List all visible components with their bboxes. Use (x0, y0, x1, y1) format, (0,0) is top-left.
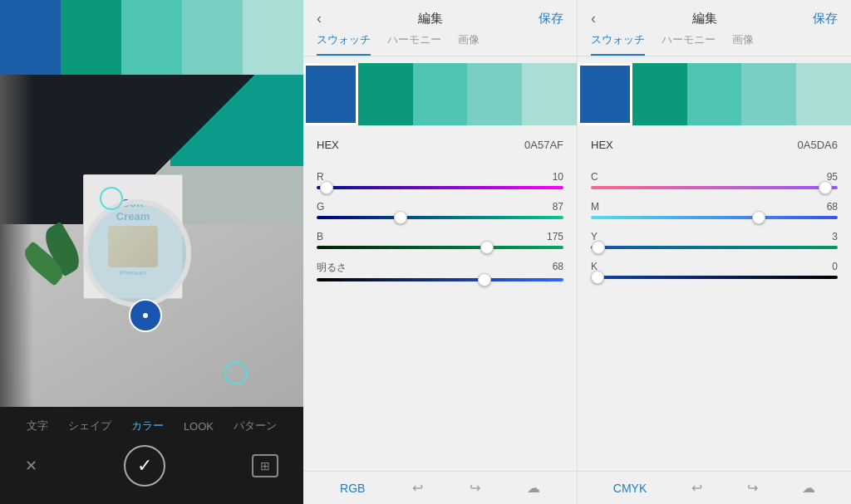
rgb-swatch-row (303, 63, 577, 125)
tab-pattern[interactable]: パターン (234, 418, 277, 433)
rgb-brightness-label: 明るさ (317, 261, 347, 275)
cmyk-upload-button[interactable]: ☁ (802, 480, 815, 496)
tab-color[interactable]: カラー (131, 418, 164, 433)
cmyk-redo-button[interactable]: ↪ (747, 480, 758, 496)
toolbar-actions: ✕ ✓ ⊞ (0, 440, 303, 495)
cmyk-swatch-4[interactable] (796, 63, 851, 125)
cmyk-hex-value: 0A5DA6 (798, 139, 838, 151)
tab-shape[interactable]: シェイプ (68, 418, 111, 433)
rgb-panel-bottom: RGB ↩ ↪ ☁ (303, 471, 577, 504)
cmyk-hex-row: HEX 0A5DA6 (591, 139, 838, 158)
rgb-tab-harmony[interactable]: ハーモニー (387, 32, 441, 56)
picker-dot (143, 313, 148, 318)
cmyk-panel: ‹ 編集 保存 スウォッチ ハーモニー 画像 HEX 0A5DA6 (578, 0, 851, 504)
cmyk-tab-swatches[interactable]: スウォッチ (591, 32, 645, 56)
cmyk-k-track[interactable] (591, 276, 838, 279)
cmyk-k-value: 0 (832, 261, 838, 272)
rgb-panel-header: ‹ 編集 保存 (303, 0, 577, 32)
cmyk-tab-image[interactable]: 画像 (732, 32, 754, 56)
rgb-g-thumb[interactable] (394, 211, 407, 224)
tab-look[interactable]: LOOK (184, 420, 214, 433)
photo-area: SoftCream Premium (0, 75, 303, 407)
cmyk-m-value: 68 (827, 201, 838, 213)
rgb-brightness-slider-row: 明るさ 68 (317, 261, 563, 281)
rgb-mode-label[interactable]: RGB (340, 482, 365, 495)
cmyk-y-slider-row: Y 3 (591, 231, 838, 249)
cmyk-swatch-0[interactable] (578, 63, 632, 125)
color-picker-circle-1[interactable] (129, 299, 162, 332)
rgb-swatch-2[interactable] (413, 63, 468, 125)
cmyk-y-thumb[interactable] (592, 241, 605, 254)
left-image-area: SoftCream Premium (0, 0, 303, 407)
cmyk-k-slider-row: K 0 (591, 261, 838, 279)
cmyk-y-track[interactable] (591, 246, 838, 249)
rgb-b-label: B (317, 231, 323, 242)
rgb-hex-row: HEX 0A57AF (317, 139, 563, 158)
color-picker-circle-3[interactable] (224, 361, 248, 384)
cmyk-m-thumb[interactable] (752, 211, 765, 224)
rgb-swatch-1[interactable] (358, 63, 413, 125)
rgb-redo-button[interactable]: ↪ (470, 480, 480, 496)
rgb-swatch-4[interactable] (522, 63, 577, 125)
rgb-b-track[interactable] (317, 246, 563, 249)
rgb-g-track[interactable] (317, 216, 563, 219)
cmyk-color-controls: HEX 0A5DA6 C 95 M 68 (578, 132, 851, 471)
color-grid (0, 0, 303, 75)
cmyk-y-value: 3 (832, 231, 838, 242)
rgb-swatch-0[interactable] (303, 63, 358, 125)
cmyk-panel-title: 編集 (692, 11, 717, 27)
close-button[interactable]: ✕ (25, 457, 37, 475)
cmyk-swatch-1[interactable] (632, 63, 687, 125)
cmyk-swatch-3[interactable] (741, 63, 796, 125)
rgb-b-thumb[interactable] (480, 241, 494, 254)
cmyk-k-thumb[interactable] (591, 271, 604, 284)
rgb-panel-tabs: スウォッチ ハーモニー 画像 (303, 32, 577, 56)
magnifier (83, 199, 191, 307)
cmyk-m-label: M (591, 201, 599, 213)
cmyk-panel-bottom: CMYK ↩ ↪ ☁ (578, 471, 851, 504)
cmyk-undo-button[interactable]: ↩ (691, 480, 702, 496)
rgb-back-button[interactable]: ‹ (317, 10, 322, 27)
confirm-button[interactable]: ✓ (124, 445, 165, 487)
cmyk-back-button[interactable]: ‹ (591, 10, 596, 27)
rgb-b-value: 175 (547, 231, 563, 242)
rgb-tab-image[interactable]: 画像 (458, 32, 480, 56)
cmyk-mode-label[interactable]: CMYK (613, 482, 647, 495)
rgb-brightness-track[interactable] (317, 278, 563, 281)
tab-text[interactable]: 文字 (27, 418, 48, 433)
cmyk-tab-harmony[interactable]: ハーモニー (662, 32, 716, 56)
color-cell-5 (243, 0, 303, 75)
rgb-hex-label: HEX (317, 139, 339, 151)
rgb-brightness-value: 68 (553, 261, 563, 275)
rgb-r-track[interactable] (317, 186, 563, 189)
cmyk-swatch-row (578, 63, 851, 125)
rgb-g-label: G (317, 201, 324, 213)
rgb-undo-button[interactable]: ↩ (412, 480, 423, 496)
rgb-panel-title: 編集 (418, 11, 443, 27)
rgb-upload-button[interactable]: ☁ (527, 480, 540, 496)
rgb-panel: ‹ 編集 保存 スウォッチ ハーモニー 画像 HEX 0A57AF (303, 0, 578, 504)
rgb-save-button[interactable]: 保存 (539, 11, 563, 27)
rgb-r-thumb[interactable] (320, 181, 333, 194)
rgb-r-value: 10 (553, 171, 563, 183)
cmyk-m-track[interactable] (591, 216, 838, 219)
cmyk-swatch-2[interactable] (687, 63, 742, 125)
rgb-swatch-3[interactable] (467, 63, 522, 125)
cmyk-panel-header: ‹ 編集 保存 (578, 0, 851, 32)
cmyk-c-thumb[interactable] (819, 181, 832, 194)
rgb-g-value: 87 (553, 201, 563, 213)
photo-button[interactable]: ⊞ (252, 454, 278, 477)
rgb-r-slider-row: R 10 (317, 171, 563, 189)
color-picker-circle-2[interactable] (100, 187, 123, 210)
rgb-b-slider-row: B 175 (317, 231, 563, 249)
cmyk-save-button[interactable]: 保存 (813, 11, 838, 27)
cmyk-m-slider-row: M 68 (591, 201, 838, 219)
cmyk-hex-label: HEX (591, 139, 613, 151)
cmyk-c-track[interactable] (591, 186, 838, 189)
rgb-color-controls: HEX 0A57AF R 10 G 87 (303, 132, 577, 471)
color-cell-1 (0, 0, 61, 75)
rgb-tab-swatches[interactable]: スウォッチ (317, 32, 371, 56)
rgb-brightness-thumb[interactable] (478, 273, 491, 286)
rgb-hex-value: 0A57AF (524, 139, 563, 151)
cmyk-c-slider-row: C 95 (591, 171, 838, 189)
